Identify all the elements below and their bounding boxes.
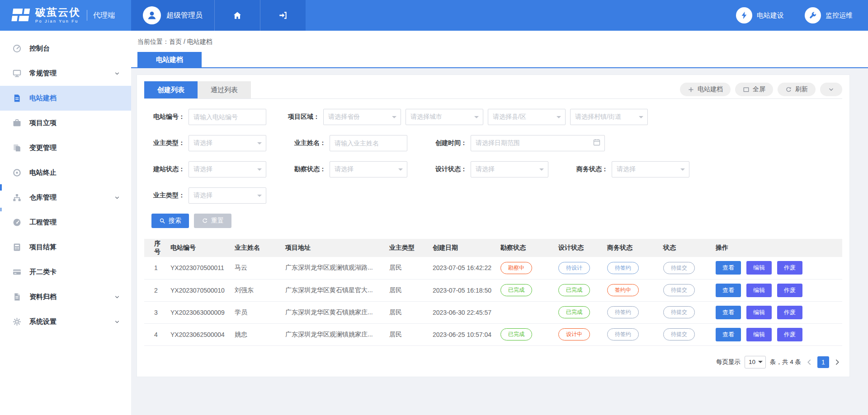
cell-address: 广东深圳龙华区黄石镇星官大... (283, 279, 387, 301)
breadcrumb-strip: 当前位置：首页 / 电站建档 电站建档 (131, 31, 868, 68)
filter-row: 电站编号：项目区域：请选择省份请选择城市请选择县/区请选择村镇/街道 (144, 109, 842, 125)
owner-type-2-select[interactable]: 请选择 (189, 187, 266, 204)
sidebar-item-label: 工程管理 (29, 218, 57, 227)
table-row: 2YX2023070500010刘强东广东深圳龙华区黄石镇星官大...居民202… (144, 279, 842, 301)
cell-status: 待提交 (660, 323, 713, 345)
sidebar-item-engineering-management[interactable]: 工程管理 (0, 210, 131, 235)
design-status-select[interactable]: 请选择 (471, 161, 548, 177)
refresh-button[interactable]: 刷新 (778, 83, 816, 96)
dropdown-arrow-icon (539, 168, 544, 173)
current-user[interactable]: 超级管理员 (131, 0, 214, 31)
sidebar-item-label: 仓库管理 (29, 193, 57, 202)
sidebar-item-station-termination[interactable]: 电站终止 (0, 160, 131, 185)
chevron-down-icon (114, 195, 120, 201)
view-button[interactable]: 查看 (716, 306, 741, 319)
view-button[interactable]: 查看 (716, 261, 741, 275)
station-code-input[interactable] (189, 109, 266, 125)
filter-group-business-status: 商务状态：请选择 (567, 161, 689, 177)
prev-page-button[interactable] (805, 358, 813, 366)
sidebar-item-label: 项目立项 (29, 119, 57, 127)
search-button[interactable]: 搜索 (151, 214, 189, 228)
reset-button[interactable]: 重置 (194, 214, 231, 228)
region-county-select[interactable]: 请选择县/区 (488, 109, 566, 125)
filter-group-survey-status: 勘察状态：请选择 (285, 161, 407, 177)
create-station-button[interactable]: 电站建档 (680, 83, 731, 96)
sidebar-scroll-indicator (0, 208, 2, 211)
table-row: 1YX2023070500011马云广东深圳龙华区观澜镇观湖路...居民2023… (144, 257, 842, 279)
cell-design-status: 已完成 (556, 279, 604, 301)
filter-label-business-status: 商务状态： (567, 165, 608, 173)
page-number[interactable]: 1 (817, 356, 829, 368)
brand-logo: 破茧云伏 Po Jian Yun Fu 代理端 (0, 0, 131, 31)
column-header: 项目地址 (283, 239, 387, 257)
edit-button[interactable]: 编辑 (746, 261, 772, 275)
sidebar-item-project-settlement[interactable]: 项目结算 (0, 235, 131, 260)
sidebar-item-label: 控制台 (29, 44, 50, 53)
page-tab-station-archive[interactable]: 电站建档 (137, 52, 202, 67)
owner-type-select[interactable]: 请选择 (189, 135, 266, 151)
next-page-button[interactable] (833, 358, 841, 366)
void-button[interactable]: 作废 (777, 284, 802, 297)
filter-label-design-status: 设计状态： (426, 165, 467, 173)
sidebar-item-warehouse-management[interactable]: 仓库管理 (0, 185, 131, 210)
sidebar-item-console[interactable]: 控制台 (0, 36, 131, 61)
view-button[interactable]: 查看 (716, 284, 741, 297)
nav-station-construction[interactable]: 电站建设 (736, 7, 784, 23)
view-button[interactable]: 查看 (716, 328, 741, 341)
column-header: 创建日期 (430, 239, 498, 257)
collapse-button[interactable] (820, 83, 842, 96)
sidebar-item-system-settings[interactable]: 系统设置 (0, 309, 131, 334)
tab-passed-list[interactable]: 通过列表 (198, 81, 251, 98)
region-city-select[interactable]: 请选择城市 (406, 109, 483, 125)
create-time-input[interactable]: 请选择日期范围 (471, 135, 605, 151)
filter-label-owner-type: 业主类型： (144, 139, 185, 147)
void-button[interactable]: 作废 (777, 261, 802, 275)
cell-index: 2 (144, 279, 168, 301)
fullscreen-button[interactable]: 全屏 (735, 83, 773, 96)
station-table: 序号电站编号业主姓名项目地址业主类型创建日期勘察状态设计状态商务状态状态操作 1… (144, 239, 842, 346)
region-province-select[interactable]: 请选择省份 (323, 109, 401, 125)
sidebar-item-project-initiation[interactable]: 项目立项 (0, 111, 131, 135)
column-header: 业主类型 (387, 239, 430, 257)
region-town-select[interactable]: 请选择村镇/街道 (570, 109, 648, 125)
nav-monitoring-ops[interactable]: 监控运维 (805, 7, 853, 23)
sidebar-item-general-management[interactable]: 常规管理 (0, 61, 131, 86)
sidebar-item-change-management[interactable]: 变更管理 (0, 135, 131, 160)
filter-group-owner-type: 业主类型：请选择 (144, 135, 266, 151)
cell-design-status: 已完成 (556, 301, 604, 323)
tab-create-list[interactable]: 创建列表 (144, 81, 198, 98)
cell-business-status: 待签约 (604, 323, 660, 345)
breadcrumb-current: 电站建档 (187, 38, 212, 45)
panel-header: 创建列表通过列表 电站建档全屏刷新 (144, 81, 842, 99)
home-button[interactable] (214, 0, 260, 31)
cell-business-status: 待签约 (604, 257, 660, 279)
column-header: 序号 (144, 239, 168, 257)
cell-address: 广东深圳龙华区观澜镇观湖路... (283, 257, 387, 279)
filter-group-station-code: 电站编号： (144, 109, 266, 125)
logout-button[interactable] (260, 0, 306, 31)
edit-button[interactable]: 编辑 (746, 284, 772, 297)
void-button[interactable]: 作废 (777, 328, 802, 341)
status-badge: 设计中 (558, 328, 590, 340)
cell-station-code: YX2023070500010 (168, 279, 232, 301)
sidebar-item-data-archive[interactable]: 资料归档 (0, 284, 131, 309)
sidebar-item-station-archive[interactable]: 电站建档 (0, 86, 131, 111)
breadcrumb-home-link[interactable]: 首页 (169, 38, 182, 45)
per-page-select[interactable]: 10 (745, 356, 766, 368)
void-button[interactable]: 作废 (777, 306, 802, 319)
build-status-select[interactable]: 请选择 (189, 161, 266, 177)
cell-owner-name: 学员 (232, 301, 283, 323)
breadcrumb-separator: / (182, 38, 187, 45)
cell-business-status: 待签约 (604, 301, 660, 323)
business-status-select[interactable]: 请选择 (612, 161, 689, 177)
sidebar-item-second-class-card[interactable]: 开二类卡 (0, 260, 131, 284)
chevron-down-icon (114, 294, 120, 300)
monitor-icon (12, 69, 22, 78)
cell-status: 待提交 (660, 257, 713, 279)
owner-name-input[interactable] (330, 135, 407, 151)
survey-status-select[interactable]: 请选择 (330, 161, 407, 177)
edit-button[interactable]: 编辑 (746, 328, 772, 341)
cell-station-code: YX2023063000009 (168, 301, 232, 323)
cell-status: 待提交 (660, 301, 713, 323)
edit-button[interactable]: 编辑 (746, 306, 772, 319)
